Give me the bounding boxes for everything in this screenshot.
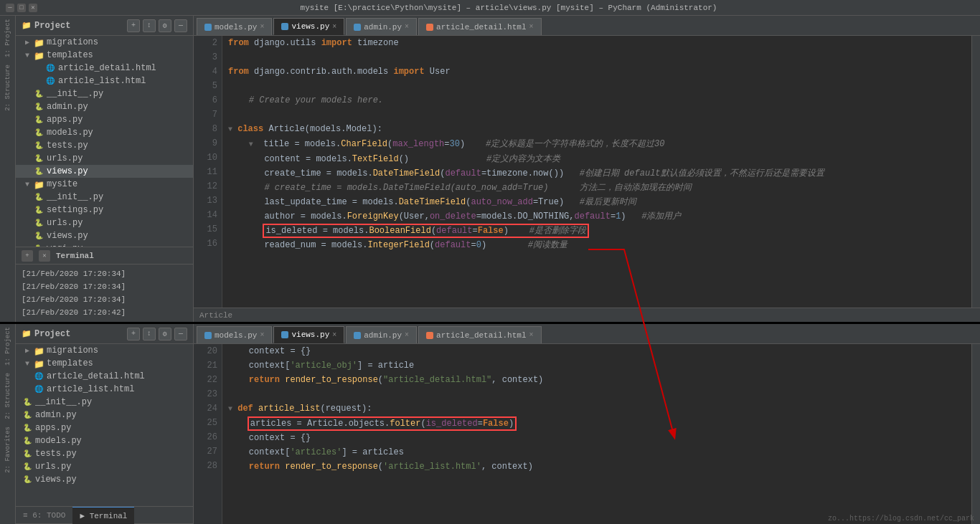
bottom-tab-close-article-detail[interactable]: × <box>529 331 534 339</box>
tree-item-mysite-init[interactable]: 🐍 __init__.py <box>16 191 193 204</box>
todo-tab[interactable]: ≡ 6: TODO <box>16 507 72 524</box>
bottom-line-27: context['articles'] = articles <box>228 445 966 459</box>
bottom-tree-init[interactable]: 🐍 __init__.py <box>16 396 193 409</box>
project-strip-btn[interactable]: 1: Project <box>4 19 11 57</box>
terminal-tab[interactable]: ▶ Terminal <box>72 507 134 524</box>
bottom-py-tests: 🐍 <box>22 449 33 458</box>
code-line-14: is_deleted = models.BooleanField(default… <box>228 224 966 238</box>
code-line-13: author = models.ForeignKey(User,on_delet… <box>228 209 966 224</box>
sidebar-add-btn[interactable]: + <box>127 19 140 32</box>
py-file-icon-views: 🐍 <box>33 167 44 176</box>
tree-label-views-py: views.py <box>47 166 88 176</box>
bottom-html-icon-1: 🌐 <box>33 372 44 381</box>
bottom-tree-apps[interactable]: 🐍 apps.py <box>16 421 193 434</box>
title-bar: — □ ✕ mysite [E:\practice\Python\mysite]… <box>0 0 980 16</box>
maximize-btn[interactable]: □ <box>17 4 26 12</box>
close-btn[interactable]: ✕ <box>29 4 37 12</box>
bottom-tree-admin[interactable]: 🐍 admin.py <box>16 409 193 421</box>
tree-item-mysite[interactable]: ▼ 📁 mysite <box>16 178 193 191</box>
bottom-tab-views[interactable]: views.py × <box>273 326 344 343</box>
bottom-tab-admin[interactable]: admin.py × <box>346 326 417 343</box>
terminal-add-btn[interactable]: + <box>22 250 33 262</box>
tree-item-views-py[interactable]: 🐍 views.py <box>16 165 193 178</box>
tab-article-detail-html[interactable]: article_detail.html × <box>418 18 541 35</box>
sidebar-settings-btn[interactable]: ⚙ <box>159 19 171 32</box>
tree-label-models-py: models.py <box>47 128 93 138</box>
py-file-icon-urls: 🐍 <box>33 154 44 163</box>
terminal-close-btn[interactable]: ✕ <box>39 250 50 262</box>
fold-arrow-title[interactable]: ▼ <box>249 140 253 148</box>
bottom-scrollbar[interactable] <box>971 344 980 524</box>
bottom-tab-article-detail[interactable]: article_detail.html × <box>418 326 541 343</box>
bottom-panel-tab-bar: ≡ 6: TODO ▶ Terminal <box>16 507 193 524</box>
terminal-title-label: Terminal <box>56 252 94 260</box>
py-file-icon-admin: 🐍 <box>33 103 44 111</box>
bottom-left-strip: 1: Project 2: Structure 2: Favorites <box>0 324 16 524</box>
top-code-content[interactable]: from django.utils import timezone from d… <box>222 36 971 308</box>
tree-item-mysite-views[interactable]: 🐍 views.py <box>16 229 193 242</box>
tree-item-templates[interactable]: ▼ 📁 templates <box>16 49 193 62</box>
structure-strip-btn[interactable]: 2: Structure <box>4 65 11 111</box>
tree-label-mysite-views: views.py <box>47 231 88 241</box>
bottom-tree-article-list[interactable]: 🌐 article_list.html <box>16 383 193 396</box>
top-pane: 1: Project 2: Structure 📁 Project + ↕ ⚙ … <box>0 16 980 324</box>
tree-item-init-py[interactable]: 🐍 __init__.py <box>16 87 193 100</box>
tab-views-py[interactable]: views.py × <box>273 18 344 35</box>
tab-close-views[interactable]: × <box>332 23 336 31</box>
fold-arrow-article-list[interactable]: ▼ <box>228 405 232 413</box>
bottom-tree-models[interactable]: 🐍 models.py <box>16 434 193 447</box>
bottom-structure-btn[interactable]: 2: Structure <box>4 373 11 419</box>
py-file-icon-tests: 🐍 <box>33 141 44 150</box>
bottom-label-article-list: article_list.html <box>47 384 134 394</box>
tree-label-templates: templates <box>47 50 93 60</box>
tab-models-py[interactable]: models.py × <box>197 18 272 35</box>
bottom-tree-article-detail[interactable]: 🌐 article_detail.html <box>16 370 193 383</box>
bottom-code-container: 2021222324 25262728 context = {} context… <box>194 344 980 524</box>
tree-item-admin-py[interactable]: 🐍 admin.py <box>16 100 193 113</box>
bottom-favorites-btn[interactable]: 2: Favorites <box>4 427 11 473</box>
bottom-code-content[interactable]: context = {} context['article_obj'] = ar… <box>222 344 971 524</box>
tree-item-tests-py[interactable]: 🐍 tests.py <box>16 139 193 152</box>
bottom-py-apps: 🐍 <box>22 424 33 432</box>
bottom-tree-migrations[interactable]: ▶ 📁 migrations <box>16 344 193 357</box>
bottom-project-btn[interactable]: 1: Project <box>4 327 11 366</box>
bottom-sync-btn[interactable]: ↕ <box>143 328 156 340</box>
bottom-sidebar: 📁 Project + ↕ ⚙ — ▶ 📁 migrations ▼ 📁 <box>16 324 194 524</box>
minimize-btn[interactable]: — <box>6 4 14 12</box>
tab-close-models[interactable]: × <box>260 23 264 31</box>
breadcrumb-bar: Article <box>194 308 980 322</box>
bottom-tab-models[interactable]: models.py × <box>197 326 272 343</box>
bottom-collapse-btn[interactable]: — <box>174 328 187 340</box>
sidebar-collapse-btn[interactable]: — <box>174 19 187 32</box>
bottom-tree-templates[interactable]: ▼ 📁 templates <box>16 357 193 370</box>
bottom-line-21: context['article_obj'] = article <box>228 358 966 373</box>
tree-item-migrations[interactable]: ▶ 📁 migrations <box>16 36 193 49</box>
tree-item-article-list-html[interactable]: 🌐 article_list.html <box>16 75 193 87</box>
bottom-tree-views[interactable]: 🐍 views.py <box>16 473 193 486</box>
tree-item-article-detail-html[interactable]: 🌐 article_detail.html <box>16 62 193 75</box>
tree-item-models-py[interactable]: 🐍 models.py <box>16 126 193 139</box>
bottom-label-views: views.py <box>35 475 77 485</box>
tree-item-mysite-urls[interactable]: 🐍 urls.py <box>16 216 193 229</box>
tab-admin-py[interactable]: admin.py × <box>346 18 417 35</box>
bottom-tab-close-models[interactable]: × <box>260 331 264 339</box>
tree-item-mysite-settings[interactable]: 🐍 settings.py <box>16 204 193 216</box>
top-scrollbar[interactable] <box>971 36 980 308</box>
bottom-tab-close-views[interactable]: × <box>332 331 336 339</box>
sidebar-sync-btn[interactable]: ↕ <box>143 19 156 32</box>
tab-close-article-detail[interactable]: × <box>529 23 534 31</box>
bottom-tree-tests[interactable]: 🐍 tests.py <box>16 447 193 460</box>
folder-icon-templates: 📁 <box>33 51 44 59</box>
sidebar-toolbar: 📁 Project + ↕ ⚙ — <box>16 16 193 36</box>
tree-item-urls-py[interactable]: 🐍 urls.py <box>16 152 193 165</box>
bottom-tab-close-admin[interactable]: × <box>405 331 409 339</box>
fold-arrow-class[interactable]: ▼ <box>228 125 232 133</box>
bottom-tree-urls[interactable]: 🐍 urls.py <box>16 460 193 473</box>
code-line-3 <box>228 50 966 65</box>
bottom-label-article-detail: article_detail.html <box>47 371 145 381</box>
bottom-add-btn[interactable]: + <box>127 328 140 340</box>
bottom-settings-btn[interactable]: ⚙ <box>159 328 171 340</box>
tree-item-apps-py[interactable]: 🐍 apps.py <box>16 113 193 126</box>
tab-close-admin[interactable]: × <box>405 23 409 31</box>
bottom-project-label: Project <box>34 329 124 339</box>
